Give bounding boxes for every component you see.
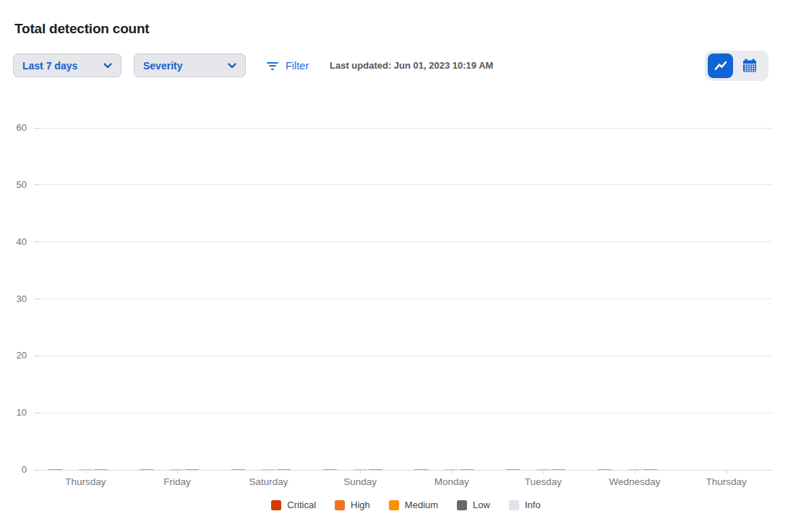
- filter-button-label: Filter: [286, 60, 309, 72]
- bar-slot-critical: [48, 469, 62, 470]
- y-axis-tick: [34, 413, 40, 413]
- line-chart-view-button[interactable]: [708, 53, 733, 78]
- bar-critical-friday[interactable]: [140, 469, 153, 470]
- chart-view-toggle: [705, 51, 768, 81]
- filter-icon: [267, 62, 278, 70]
- legend-label: Low: [473, 499, 490, 510]
- legend-swatch-low: [457, 500, 467, 510]
- y-axis-label: 0: [2, 464, 27, 475]
- y-axis-label: 60: [2, 122, 27, 133]
- group-by-value: Severity: [143, 60, 182, 72]
- y-axis-label: 40: [2, 236, 27, 247]
- y-axis-label: 30: [2, 293, 27, 304]
- bar-critical-sunday[interactable]: [323, 469, 337, 470]
- bar-slot-low: [277, 469, 291, 470]
- x-axis-label: Thursday: [65, 476, 106, 487]
- x-axis-label: Thursday: [706, 476, 747, 487]
- bar-group-sunday-3: Sunday: [314, 128, 406, 470]
- bar-slot-critical: [414, 469, 428, 470]
- bar-critical-saturday[interactable]: [231, 469, 245, 470]
- legend-item-critical[interactable]: Critical: [271, 499, 316, 510]
- chart-legend: CriticalHighMediumLowInfo: [40, 499, 772, 510]
- x-axis-label: Wednesday: [609, 476, 661, 487]
- bars-row: [680, 128, 772, 470]
- group-by-select[interactable]: Severity: [134, 53, 246, 77]
- bar-low-saturday[interactable]: [277, 469, 291, 470]
- filter-button[interactable]: Filter: [267, 57, 309, 74]
- bar-slot-critical: [323, 469, 337, 470]
- y-axis-label: 10: [2, 407, 27, 418]
- legend-label: High: [351, 499, 370, 510]
- bar-low-thursday[interactable]: [94, 469, 108, 470]
- calendar-view-button[interactable]: [737, 53, 762, 78]
- y-axis-label: 50: [2, 179, 27, 190]
- y-axis-tick: [34, 299, 40, 299]
- bar-low-friday[interactable]: [185, 469, 199, 470]
- legend-swatch-medium: [389, 500, 399, 510]
- bar-critical-tuesday[interactable]: [506, 469, 520, 470]
- x-axis-tick: [727, 470, 727, 473]
- bar-slot-low: [94, 469, 108, 470]
- bar-slot-critical: [140, 469, 153, 470]
- x-axis-label: Friday: [163, 476, 191, 487]
- x-axis-tick: [269, 470, 270, 473]
- bar-slot-low: [369, 469, 382, 470]
- x-axis-tick: [543, 470, 544, 473]
- line-chart-icon: [713, 58, 729, 74]
- bar-group-thursday-7: Thursday: [680, 128, 772, 470]
- bar-slot-low: [185, 469, 199, 470]
- legend-item-info[interactable]: Info: [509, 499, 541, 510]
- y-axis-tick: [34, 470, 40, 471]
- x-axis-tick: [85, 470, 86, 473]
- chevron-down-icon: [103, 63, 112, 69]
- x-axis-label: Sunday: [343, 476, 377, 487]
- legend-swatch-critical: [271, 500, 281, 510]
- bar-slot-low: [552, 469, 565, 470]
- y-axis-tick: [34, 184, 40, 185]
- bar-critical-wednesday[interactable]: [598, 469, 612, 470]
- legend-item-low[interactable]: Low: [457, 499, 490, 510]
- bar-group-tuesday-5: Tuesday: [497, 128, 589, 470]
- bar-low-monday[interactable]: [460, 469, 474, 470]
- x-axis-tick: [635, 470, 635, 473]
- dashboard-panel: Total detection count Last 7 days Severi…: [0, 0, 801, 532]
- legend-label: Info: [525, 499, 541, 510]
- x-axis-label: Monday: [434, 476, 469, 487]
- bars-row: [40, 128, 132, 470]
- bar-critical-monday[interactable]: [414, 469, 428, 470]
- bar-groups: ThursdayFridaySaturdaySundayMondayTuesda…: [40, 128, 772, 470]
- bars-row: [314, 128, 406, 470]
- legend-item-medium[interactable]: Medium: [389, 499, 438, 510]
- bar-group-monday-4: Monday: [406, 128, 498, 470]
- last-updated-text: Last updated: Jun 01, 2023 10:19 AM: [330, 60, 493, 71]
- y-axis-tick: [34, 356, 40, 356]
- bar-group-wednesday-6: Wednesday: [589, 128, 681, 470]
- bars-row: [497, 128, 589, 470]
- bars-row: [406, 128, 498, 470]
- date-range-select[interactable]: Last 7 days: [13, 53, 121, 77]
- bar-low-wednesday[interactable]: [643, 469, 657, 470]
- bar-group-friday-1: Friday: [132, 128, 223, 470]
- x-axis-label: Tuesday: [525, 476, 562, 487]
- bar-low-sunday[interactable]: [369, 469, 382, 470]
- y-axis-label: 20: [2, 350, 27, 361]
- bar-chart-plot: 0102030405060ThursdayFridaySaturdaySunda…: [40, 128, 772, 470]
- x-axis-tick: [360, 470, 361, 473]
- calendar-icon: [742, 58, 758, 74]
- y-axis-tick: [34, 241, 40, 242]
- bars-row: [589, 128, 681, 470]
- legend-item-high[interactable]: High: [335, 499, 370, 510]
- bar-low-tuesday[interactable]: [552, 469, 565, 470]
- bar-slot-low: [643, 469, 657, 470]
- x-axis-tick: [177, 470, 178, 473]
- legend-label: Critical: [287, 499, 316, 510]
- x-axis-label: Saturday: [249, 476, 288, 487]
- x-axis-tick: [452, 470, 453, 473]
- bar-critical-thursday[interactable]: [48, 469, 62, 470]
- y-axis-tick: [34, 128, 40, 129]
- bar-slot-low: [460, 469, 474, 470]
- legend-label: Medium: [405, 499, 438, 510]
- bar-slot-critical: [231, 469, 245, 470]
- bar-slot-critical: [506, 469, 520, 470]
- legend-swatch-info: [509, 500, 519, 510]
